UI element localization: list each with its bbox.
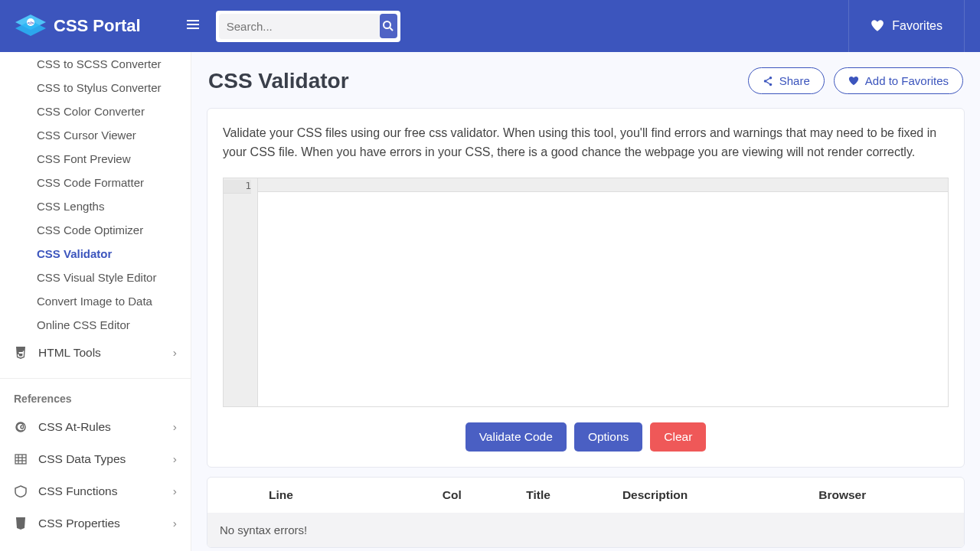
svg-rect-8: [15, 455, 26, 464]
sidebar-item[interactable]: CSS Data Types›: [0, 443, 191, 475]
nav-label: CSS Data Types: [38, 452, 126, 466]
sidebar-subitem[interactable]: CSS to Stylus Converter: [37, 76, 191, 99]
sidebar: CSS to SCSS ConverterCSS to Stylus Conve…: [0, 52, 191, 551]
app-header: </> CSS Portal Favorites: [0, 0, 980, 52]
sidebar-subitem[interactable]: CSS Font Preview: [37, 147, 191, 171]
clear-button[interactable]: Clear: [650, 422, 706, 452]
heart-icon: [871, 19, 884, 33]
share-icon: [763, 76, 773, 86]
chevron-right-icon: ›: [173, 517, 177, 530]
table-header: Browser: [811, 478, 964, 513]
chevron-right-icon: ›: [173, 484, 177, 498]
main-content: CSS Validator Share Add to Favorites Val…: [191, 52, 980, 551]
editor-gutter: 1: [224, 178, 258, 406]
sidebar-item[interactable]: CSS At-Rules›: [0, 411, 191, 443]
menu-toggle-icon[interactable]: [187, 18, 199, 34]
description-text: Validate your CSS files using our free c…: [223, 124, 949, 162]
sidebar-subitem[interactable]: CSS Code Formatter: [37, 171, 191, 194]
nav-icon: [14, 517, 28, 530]
chevron-right-icon: ›: [173, 346, 177, 360]
brand-logo[interactable]: </> CSS Portal: [15, 15, 141, 37]
code-editor[interactable]: 1: [223, 178, 949, 407]
results-table: LineColTitleDescriptionBrowser No syntax…: [207, 478, 964, 547]
sidebar-subitem[interactable]: CSS to SCSS Converter: [37, 52, 191, 76]
sidebar-subitem[interactable]: CSS Cursor Viewer: [37, 123, 191, 147]
share-button[interactable]: Share: [748, 67, 825, 94]
code-area[interactable]: [258, 178, 948, 406]
nav-label: CSS At-Rules: [38, 420, 111, 434]
nav-icon: [14, 485, 28, 497]
svg-line-17: [766, 81, 769, 83]
sidebar-sublist: CSS to SCSS ConverterCSS to Stylus Conve…: [0, 52, 191, 337]
header-right: Favorites: [848, 0, 965, 52]
nav-label: HTML Tools: [38, 346, 101, 360]
results-card: LineColTitleDescriptionBrowser No syntax…: [207, 477, 965, 548]
logo-icon: </>: [15, 15, 46, 37]
chevron-right-icon: ›: [173, 452, 177, 466]
svg-line-16: [766, 78, 769, 80]
nav-icon: [14, 421, 28, 433]
svg-rect-4: [187, 28, 199, 29]
validate-button[interactable]: Validate Code: [466, 422, 567, 452]
svg-point-5: [384, 21, 390, 28]
sidebar-subitem[interactable]: CSS Color Converter: [37, 99, 191, 123]
nav-label: CSS Functions: [38, 484, 117, 498]
sidebar-item[interactable]: CSS Functions›: [0, 475, 191, 507]
nav-label: CSS Properties: [38, 517, 120, 530]
options-button[interactable]: Options: [574, 422, 642, 452]
brand-text: CSS Portal: [54, 16, 141, 36]
svg-rect-3: [187, 24, 199, 25]
share-label: Share: [779, 74, 810, 87]
favorites-label: Favorites: [892, 19, 942, 33]
chevron-right-icon: ›: [173, 420, 177, 434]
empty-message: No syntax errors!: [207, 513, 964, 547]
svg-text:</>: </>: [28, 21, 34, 25]
table-header: Title: [518, 478, 615, 513]
search-box: [214, 9, 402, 44]
heart-icon: [848, 76, 859, 86]
svg-line-6: [390, 28, 393, 31]
favorites-nav[interactable]: Favorites: [848, 0, 965, 52]
page-title: CSS Validator: [208, 69, 349, 93]
search-button[interactable]: [380, 14, 397, 38]
search-icon: [382, 20, 394, 32]
validator-card: Validate your CSS files using our free c…: [207, 108, 965, 468]
sidebar-item[interactable]: CSS Properties›: [0, 507, 191, 540]
sidebar-subitem[interactable]: CSS Code Optimizer: [37, 218, 191, 242]
svg-rect-2: [187, 20, 199, 21]
sidebar-subitem[interactable]: Online CSS Editor: [37, 313, 191, 337]
table-header: Line: [207, 478, 435, 513]
editor-header-strip: [258, 178, 948, 192]
sidebar-subitem[interactable]: Convert Image to Data: [37, 289, 191, 313]
table-header: Description: [615, 478, 811, 513]
add-favorites-button[interactable]: Add to Favorites: [834, 67, 963, 94]
table-header: Col: [435, 478, 519, 513]
sidebar-subitem[interactable]: CSS Lengths: [37, 194, 191, 218]
nav-icon: [14, 453, 28, 465]
sidebar-subitem[interactable]: CSS Visual Style Editor: [37, 266, 191, 289]
html5-icon: [14, 347, 28, 359]
add-fav-label: Add to Favorites: [865, 74, 949, 87]
search-input[interactable]: [219, 14, 380, 39]
references-heading: References: [0, 378, 191, 411]
line-number: 1: [224, 180, 251, 194]
sidebar-subitem[interactable]: CSS Validator: [37, 242, 191, 266]
sidebar-item-html-tools[interactable]: HTML Tools ›: [0, 337, 191, 369]
